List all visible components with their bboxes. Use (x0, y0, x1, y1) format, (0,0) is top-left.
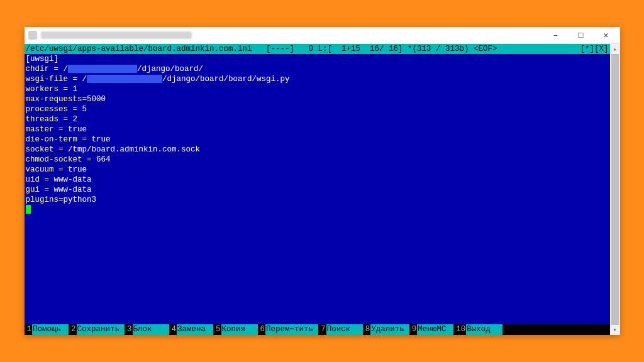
config-line: master = true (26, 124, 609, 134)
config-line: socket = /tmp/board.adminkin.com.sock (26, 145, 609, 155)
fkey-number: 7 (318, 324, 326, 335)
fkey-number: 3 (125, 324, 133, 335)
ini-section: [uwsgi] (26, 54, 609, 64)
config-line: gui = www-data (26, 185, 609, 195)
fkey-2[interactable]: 2Сохранить (69, 324, 125, 335)
fkey-label: Выход (466, 324, 502, 335)
fkey-number: 2 (69, 324, 77, 335)
fkey-label: Замена (177, 324, 213, 335)
fkey-3[interactable]: 3Блок (125, 324, 169, 335)
fkey-number: 9 (409, 324, 418, 335)
config-line: threads = 2 (26, 114, 609, 124)
titlebar-left (28, 31, 192, 40)
maximize-button[interactable]: □ (569, 27, 594, 44)
app-icon (28, 31, 37, 40)
config-line: plugins=python3 (26, 195, 609, 205)
fkey-label: Копия (221, 324, 258, 335)
config-line: die-on-term = true (26, 134, 609, 145)
config-line: chdir = //django/board/ (26, 64, 609, 74)
editor-info-bar: /etc/uwsgi/apps-available/board.adminkin… (25, 44, 610, 54)
editor-content[interactable]: [uwsgi]chdir = //django/board/wsgi-file … (25, 54, 610, 324)
config-line: vacuum = true (26, 165, 609, 175)
fkey-number: 5 (213, 324, 221, 335)
app-window: – □ ✕ /etc/uwsgi/apps-available/board.ad… (25, 27, 620, 335)
titlebar[interactable]: – □ ✕ (25, 27, 620, 44)
fkey-9[interactable]: 9МенюMC (409, 324, 454, 335)
cursor (26, 205, 31, 214)
window-controls: – □ ✕ (543, 27, 619, 44)
fkey-5[interactable]: 5Копия (213, 324, 258, 335)
cursor-line (26, 205, 609, 215)
config-line: chmod-socket = 664 (26, 155, 609, 165)
scrollbar-thumb[interactable] (611, 54, 619, 325)
config-line: processes = 5 (26, 104, 609, 114)
fkey-label: Удалить (370, 324, 409, 335)
fkey-label: Блок (133, 324, 169, 335)
config-line: workers = 1 (26, 84, 609, 94)
fkey-4[interactable]: 4Замена (169, 324, 214, 335)
fkey-label: Перем~тить (265, 324, 318, 335)
config-line: max-requests=5000 (26, 94, 609, 104)
fkey-1[interactable]: 1Помощь (25, 324, 69, 335)
fkey-8[interactable]: 8Удалить (363, 324, 409, 335)
info-bar-flags: [*][X] (580, 44, 608, 54)
terminal-area: /etc/uwsgi/apps-available/board.adminkin… (25, 44, 620, 335)
title-text (41, 31, 192, 39)
fkey-6[interactable]: 6Перем~тить (258, 324, 319, 335)
terminal[interactable]: /etc/uwsgi/apps-available/board.adminkin… (25, 44, 610, 335)
fkey-number: 6 (258, 324, 266, 335)
fkey-number: 8 (363, 324, 371, 335)
fkey-label: Сохранить (77, 324, 125, 335)
fkey-7[interactable]: 7Поиск (318, 324, 363, 335)
vertical-scrollbar[interactable]: ▴ ▾ (610, 44, 620, 335)
fkey-number: 1 (25, 324, 33, 335)
fkey-label: Поиск (326, 324, 363, 335)
scroll-up-icon[interactable]: ▴ (610, 44, 620, 54)
info-bar-path: /etc/uwsgi/apps-available/board.adminkin… (26, 44, 580, 54)
close-button[interactable]: ✕ (594, 27, 619, 44)
fkey-number: 4 (169, 324, 177, 335)
fkey-label: МенюMC (417, 324, 453, 335)
function-key-bar: 1Помощь2Сохранить3Блок4Замена5Копия6Пере… (25, 324, 610, 335)
fkey-10[interactable]: 10Выход (453, 324, 502, 335)
fkey-number: 10 (453, 324, 466, 335)
config-line: wsgi-file = //django/board/board/wsgi.py (26, 74, 609, 84)
scroll-down-icon[interactable]: ▾ (610, 325, 620, 335)
fkey-label: Помощь (32, 324, 69, 335)
config-line: uid = www-data (26, 175, 609, 185)
minimize-button[interactable]: – (543, 27, 569, 44)
